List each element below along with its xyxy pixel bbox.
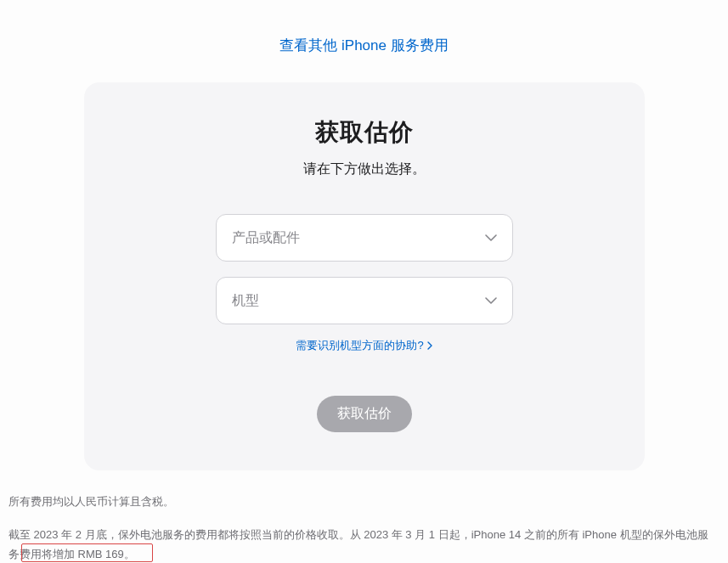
get-estimate-button[interactable]: 获取估价 [317,396,412,432]
model-select[interactable]: 机型 [216,277,513,324]
identify-model-help-link[interactable]: 需要识别机型方面的协助? [296,338,432,353]
footer-price-note: 截至 2023 年 2 月底，保外电池服务的费用都将按照当前的价格收取。从 20… [8,525,709,563]
chevron-down-icon [485,234,497,241]
card-title: 获取估价 [315,116,414,149]
card-subtitle: 请在下方做出选择。 [303,160,426,178]
other-services-link[interactable]: 查看其他 iPhone 服务费用 [279,36,448,55]
chevron-right-icon [427,341,432,350]
estimate-card: 获取估价 请在下方做出选择。 产品或配件 机型 需要识别机型方面的协助? 获取估… [84,82,645,470]
footer-tax-note: 所有费用均以人民币计算且含税。 [8,494,709,510]
help-link-text: 需要识别机型方面的协助? [296,338,423,353]
footer-notes: 所有费用均以人民币计算且含税。 截至 2023 年 2 月底，保外电池服务的费用… [0,494,709,563]
product-select[interactable]: 产品或配件 [216,214,513,262]
chevron-down-icon [485,297,497,304]
model-select-placeholder: 机型 [232,292,259,310]
product-select-placeholder: 产品或配件 [232,229,300,247]
